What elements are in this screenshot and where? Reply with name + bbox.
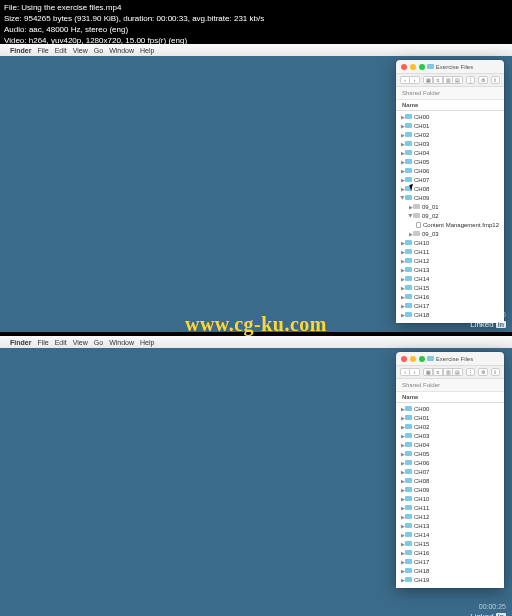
- column-header[interactable]: Name: [396, 392, 504, 403]
- back-button[interactable]: ‹: [400, 368, 410, 376]
- folder-row[interactable]: ▶CH00: [396, 112, 504, 121]
- folder-row[interactable]: ▶CH10: [396, 238, 504, 247]
- folder-row[interactable]: ▶CH02: [396, 130, 504, 139]
- folder-row[interactable]: ▶CH11: [396, 247, 504, 256]
- menubar-app[interactable]: Finder: [10, 339, 31, 346]
- arrange-button[interactable]: ⋮: [466, 368, 475, 376]
- menu-go[interactable]: Go: [94, 47, 103, 54]
- file-list: ▶CH00 ▶CH01 ▶CH02 ▶CH03 ▶CH04 ▶CH05 ▶CH0…: [396, 403, 504, 588]
- menu-window[interactable]: Window: [109, 339, 134, 346]
- folder-row[interactable]: ▶CH07: [396, 175, 504, 184]
- folder-row[interactable]: ▶CH07: [396, 467, 504, 476]
- menu-help[interactable]: Help: [140, 339, 154, 346]
- folder-row[interactable]: ▶CH13: [396, 521, 504, 530]
- menu-view[interactable]: View: [73, 47, 88, 54]
- menu-window[interactable]: Window: [109, 47, 134, 54]
- folder-row[interactable]: ▶CH04: [396, 148, 504, 157]
- folder-row[interactable]: ▶CH02: [396, 422, 504, 431]
- gallery-view-button[interactable]: ▤: [453, 76, 463, 84]
- folder-row[interactable]: ▶CH05: [396, 157, 504, 166]
- share-button[interactable]: ⇪: [491, 368, 500, 376]
- folder-icon: [427, 64, 434, 69]
- window-title: Exercise Files: [396, 64, 504, 70]
- file-icon: [416, 222, 421, 228]
- column-view-button[interactable]: ▥: [443, 76, 453, 84]
- folder-row[interactable]: ▶CH18: [396, 566, 504, 575]
- list-view-button[interactable]: ≡: [433, 76, 443, 84]
- menu-go[interactable]: Go: [94, 339, 103, 346]
- toolbar: ‹› ▦≡▥▤ ⋮ ⚙ ⇪: [396, 366, 504, 379]
- file-list: ▶CH00 ▶CH01 ▶CH02 ▶CH03 ▶CH04 ▶CH05 ▶CH0…: [396, 111, 504, 323]
- folder-row[interactable]: ▶CH14: [396, 530, 504, 539]
- finder-window: Exercise Files ‹› ▦≡▥▤ ⋮ ⚙ ⇪ Shared Fold…: [396, 352, 504, 588]
- action-button[interactable]: ⚙: [478, 76, 487, 84]
- folder-row[interactable]: ▶CH08: [396, 476, 504, 485]
- list-view-button[interactable]: ≡: [433, 368, 443, 376]
- toolbar: ‹ › ▦ ≡ ▥ ▤ ⋮ ⚙ ⇪: [396, 74, 504, 87]
- folder-row[interactable]: ▶CH01: [396, 121, 504, 130]
- titlebar[interactable]: Exercise Files: [396, 352, 504, 366]
- icon-view-button[interactable]: ▦: [423, 368, 433, 376]
- file-row[interactable]: Content Management.fmp12: [396, 220, 504, 229]
- folder-row[interactable]: ▶CH03: [396, 139, 504, 148]
- folder-row[interactable]: ▶CH15: [396, 539, 504, 548]
- folder-row[interactable]: ▶CH14: [396, 274, 504, 283]
- forward-button[interactable]: ›: [410, 368, 420, 376]
- forward-button[interactable]: ›: [410, 76, 420, 84]
- subfolder-row[interactable]: ▶09_01: [396, 202, 504, 211]
- gallery-view-button[interactable]: ▤: [453, 368, 463, 376]
- timestamp: 00:00:25: [479, 603, 506, 610]
- menu-file[interactable]: File: [37, 339, 48, 346]
- menu-help[interactable]: Help: [140, 47, 154, 54]
- folder-row[interactable]: ▶CH11: [396, 503, 504, 512]
- menu-edit[interactable]: Edit: [55, 339, 67, 346]
- folder-icon: [427, 356, 434, 361]
- folder-row[interactable]: ▶CH10: [396, 494, 504, 503]
- folder-row[interactable]: ▶CH04: [396, 440, 504, 449]
- subfolder-row[interactable]: ▶09_03: [396, 229, 504, 238]
- menu-view[interactable]: View: [73, 339, 88, 346]
- folder-row[interactable]: ▶CH03: [396, 431, 504, 440]
- macos-menubar: Finder File Edit View Go Window Help: [0, 44, 512, 56]
- folder-row[interactable]: ▶CH12: [396, 256, 504, 265]
- folder-row[interactable]: ▶CH19: [396, 575, 504, 584]
- column-view-button[interactable]: ▥: [443, 368, 453, 376]
- arrange-button[interactable]: ⋮: [466, 76, 475, 84]
- folder-row[interactable]: ▶CH16: [396, 548, 504, 557]
- window-title: Exercise Files: [396, 356, 504, 362]
- folder-row[interactable]: ▶CH15: [396, 283, 504, 292]
- column-header[interactable]: Name: [396, 100, 504, 111]
- meta-line: File: Using the exercise files.mp4: [4, 2, 508, 13]
- folder-row[interactable]: ▶CH12: [396, 512, 504, 521]
- folder-row[interactable]: ▶CH09: [396, 485, 504, 494]
- folder-row[interactable]: ▶CH06: [396, 458, 504, 467]
- macos-menubar: Finder File Edit View Go Window Help: [0, 336, 512, 348]
- watermark-text: www.cg-ku.com: [0, 313, 512, 336]
- back-button[interactable]: ‹: [400, 76, 410, 84]
- section-label: Shared Folder: [396, 379, 504, 392]
- nav-buttons: ‹ ›: [400, 76, 420, 84]
- subfolder-row-expanded[interactable]: ▶09_02: [396, 211, 504, 220]
- menubar-app[interactable]: Finder: [10, 47, 31, 54]
- folder-row[interactable]: ▶CH00: [396, 404, 504, 413]
- folder-row[interactable]: ▶CH17: [396, 557, 504, 566]
- menu-edit[interactable]: Edit: [55, 47, 67, 54]
- icon-view-button[interactable]: ▦: [423, 76, 433, 84]
- linkedin-logo: Linkedin: [470, 612, 506, 616]
- folder-row-expanded[interactable]: ▶CH09: [396, 193, 504, 202]
- thumbnail-frame-1: Finder File Edit View Go Window Help Exe…: [0, 44, 512, 332]
- folder-row[interactable]: ▶CH17: [396, 301, 504, 310]
- menu-file[interactable]: File: [37, 47, 48, 54]
- titlebar[interactable]: Exercise Files: [396, 60, 504, 74]
- action-button[interactable]: ⚙: [478, 368, 487, 376]
- folder-row[interactable]: ▶CH06: [396, 166, 504, 175]
- meta-line: Size: 954265 bytes (931.90 KiB), duratio…: [4, 13, 508, 24]
- share-button[interactable]: ⇪: [491, 76, 500, 84]
- folder-row[interactable]: ▶CH16: [396, 292, 504, 301]
- meta-line: Audio: aac, 48000 Hz, stereo (eng): [4, 24, 508, 35]
- folder-row[interactable]: ▶CH01: [396, 413, 504, 422]
- view-buttons: ▦ ≡ ▥ ▤: [423, 76, 463, 84]
- finder-window: Exercise Files ‹ › ▦ ≡ ▥ ▤ ⋮ ⚙ ⇪ Shared …: [396, 60, 504, 323]
- folder-row[interactable]: ▶CH13: [396, 265, 504, 274]
- folder-row[interactable]: ▶CH05: [396, 449, 504, 458]
